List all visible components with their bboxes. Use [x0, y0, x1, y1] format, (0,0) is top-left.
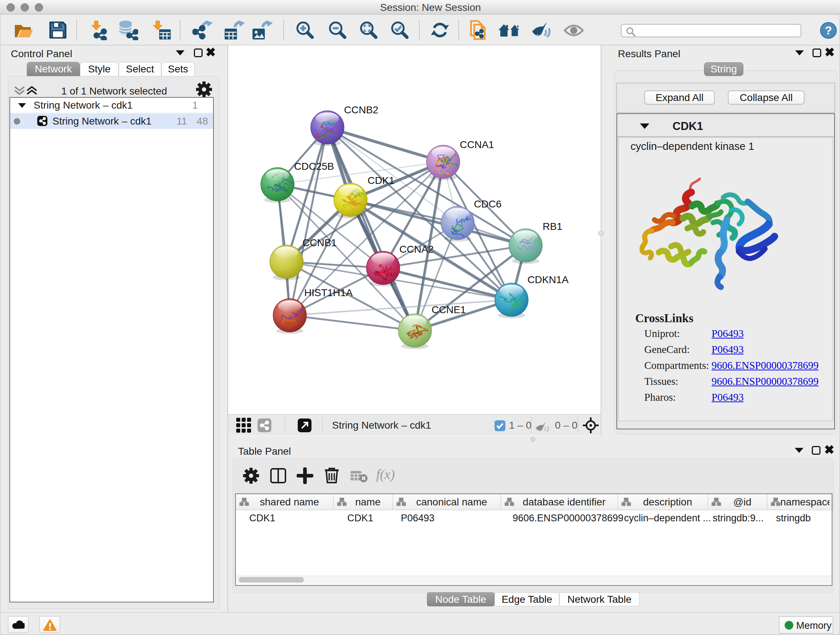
svg-text:?: ? [825, 24, 832, 37]
svg-text:CCNB2: CCNB2 [344, 104, 378, 116]
svg-text:CCNE1: CCNE1 [431, 304, 466, 315]
svg-text:CDC6: CDC6 [474, 198, 501, 210]
svg-text:HIST1H1A: HIST1H1A [304, 287, 353, 298]
svg-text:CCNB1: CCNB1 [302, 237, 337, 249]
svg-text:CCNA2: CCNA2 [399, 244, 434, 255]
svg-text:CDC25B: CDC25B [294, 161, 334, 172]
svg-text:CCNA1: CCNA1 [460, 139, 494, 150]
svg-text:RB1: RB1 [543, 221, 562, 232]
svg-text:CDK1: CDK1 [368, 175, 395, 186]
svg-text:CDKN1A: CDKN1A [527, 274, 569, 285]
